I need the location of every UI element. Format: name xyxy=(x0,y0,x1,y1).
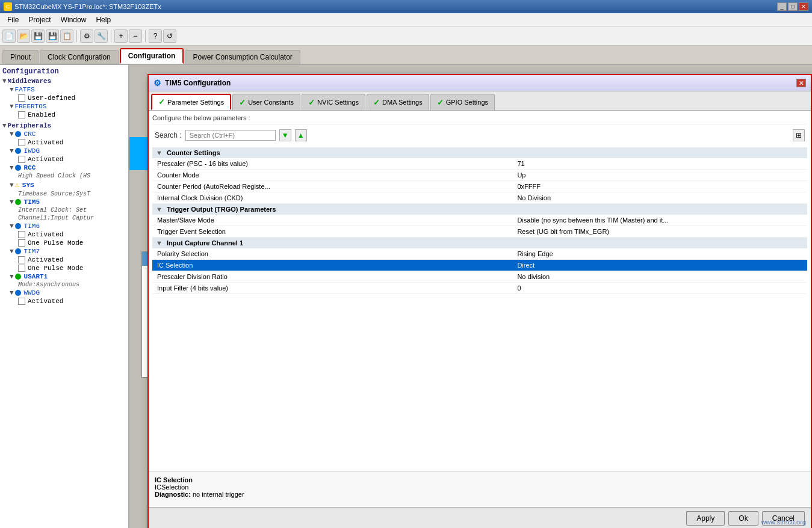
toolbar-remove[interactable]: − xyxy=(129,29,142,43)
param-master-slave-mode[interactable]: Master/Slave Mode Disable (no sync betwe… xyxy=(152,215,807,226)
input-capture-toggle[interactable]: ▼ xyxy=(156,239,163,247)
prescaler-div-value: No division xyxy=(512,271,807,283)
dialog-tab-dma-settings[interactable]: ✓ DMA Settings xyxy=(367,94,429,110)
fatfs-toggle[interactable]: ▼ xyxy=(10,86,14,93)
tree-crc[interactable]: ▼ CRC xyxy=(10,130,126,138)
grid-icon[interactable]: ⊞ xyxy=(793,129,805,141)
iwdg-activated-checkbox[interactable] xyxy=(18,156,25,163)
dialog-close-button[interactable]: ✕ xyxy=(796,79,806,87)
tree-tim7-activated[interactable]: Activated xyxy=(18,256,126,264)
tree-wwdg[interactable]: ▼ WWDG xyxy=(10,289,126,297)
param-trigger-event[interactable]: Trigger Event Selection Reset (UG bit fr… xyxy=(152,226,807,238)
param-polarity-selection[interactable]: Polarity Selection Rising Edge xyxy=(152,248,807,260)
gpio-tab-check-icon: ✓ xyxy=(437,98,444,107)
tree-iwdg[interactable]: ▼ IWDG xyxy=(10,147,126,155)
freertos-toggle[interactable]: ▼ xyxy=(10,103,14,110)
menu-file[interactable]: File xyxy=(2,14,23,25)
tim6-toggle[interactable]: ▼ xyxy=(10,223,14,230)
toolbar-open[interactable]: 📂 xyxy=(17,29,30,43)
section-trigger-output[interactable]: ▼ Trigger Output (TRGO) Parameters xyxy=(152,204,807,215)
dialog-tab-user-constants[interactable]: ✓ User Constants xyxy=(232,94,300,110)
freertos-enabled-checkbox[interactable] xyxy=(18,111,25,118)
search-up-button[interactable]: ▲ xyxy=(295,129,307,141)
tree-iwdg-activated[interactable]: Activated xyxy=(18,155,126,164)
iwdg-toggle[interactable]: ▼ xyxy=(10,147,14,155)
param-counter-period[interactable]: Counter Period (AutoReload Registe... 0x… xyxy=(152,181,807,192)
tree-rcc[interactable]: ▼ RCC xyxy=(10,164,126,172)
tree-freertos[interactable]: ▼ FREERTOS xyxy=(10,102,126,111)
toolbar-save2[interactable]: 💾 xyxy=(46,29,59,43)
tree-tim5[interactable]: ▼ TIM5 xyxy=(10,198,126,206)
tree-tim7[interactable]: ▼ TIM7 xyxy=(10,247,126,256)
tim7-onepulse-checkbox[interactable] xyxy=(18,265,25,272)
toolbar-help[interactable]: ? xyxy=(149,29,162,43)
toolbar-new[interactable]: 📄 xyxy=(2,29,16,43)
tree-wwdg-activated[interactable]: Activated xyxy=(18,297,126,305)
toolbar-save3[interactable]: 📋 xyxy=(60,29,73,43)
crc-toggle[interactable]: ▼ xyxy=(10,130,14,138)
fatfs-userdefined-checkbox[interactable] xyxy=(18,94,25,102)
crc-activated-checkbox[interactable] xyxy=(18,139,25,146)
toolbar-save[interactable]: 💾 xyxy=(31,29,45,43)
tab-pinout[interactable]: Pinout xyxy=(2,50,39,64)
tree-crc-activated[interactable]: Activated xyxy=(18,138,126,147)
trigger-output-toggle[interactable]: ▼ xyxy=(156,206,163,213)
menu-help[interactable]: Help xyxy=(91,14,116,25)
tree-middlewares[interactable]: ▼ MiddleWares xyxy=(2,77,126,85)
tab-clock-configuration[interactable]: Clock Configuration xyxy=(40,50,119,64)
section-counter-settings[interactable]: ▼ Counter Settings xyxy=(152,147,807,158)
toolbar-action1[interactable]: ⚙ xyxy=(80,29,93,43)
tim7-activated-checkbox[interactable] xyxy=(18,256,25,263)
toolbar-refresh[interactable]: ↺ xyxy=(163,29,176,43)
menu-project[interactable]: Project xyxy=(23,14,55,25)
tree-tim6-onepulse[interactable]: One Pulse Mode xyxy=(18,239,126,247)
apply-button[interactable]: Apply xyxy=(686,511,725,526)
search-down-button[interactable]: ▼ xyxy=(279,129,291,141)
param-input-filter[interactable]: Input Filter (4 bits value) 0 xyxy=(152,283,807,294)
dialog-tab-nvic-settings[interactable]: ✓ NVIC Settings xyxy=(302,94,365,110)
tree-usart1[interactable]: ▼ USART1 xyxy=(10,272,126,281)
menu-window[interactable]: Window xyxy=(56,14,91,25)
tree-tim6[interactable]: ▼ TIM6 xyxy=(10,222,126,230)
tim7-toggle[interactable]: ▼ xyxy=(10,248,14,255)
tab-configuration[interactable]: Configuration xyxy=(120,48,184,64)
dialog-tab-gpio-settings[interactable]: ✓ GPIO Settings xyxy=(430,94,495,110)
tree-fatfs-userdefined[interactable]: User-defined xyxy=(18,94,126,102)
param-prescaler-division[interactable]: Prescaler Division Ratio No division xyxy=(152,271,807,283)
tree-tim6-activated[interactable]: Activated xyxy=(18,230,126,239)
usart1-toggle[interactable]: ▼ xyxy=(10,273,14,280)
tree-peripherals[interactable]: ▼ Peripherals xyxy=(2,121,126,130)
param-ic-selection[interactable]: IC Selection Direct xyxy=(152,260,807,271)
search-input[interactable] xyxy=(185,130,276,141)
crc-icon xyxy=(15,131,21,137)
rcc-toggle[interactable]: ▼ xyxy=(10,164,14,171)
wwdg-activated-checkbox[interactable] xyxy=(18,298,25,305)
wwdg-toggle[interactable]: ▼ xyxy=(10,289,14,296)
minimize-button[interactable]: _ xyxy=(777,2,787,11)
tree-freertos-enabled[interactable]: Enabled xyxy=(18,111,126,119)
param-prescaler[interactable]: Prescaler (PSC - 16 bits value) 71 xyxy=(152,158,807,170)
counter-settings-toggle[interactable]: ▼ xyxy=(156,149,163,156)
tree-sys[interactable]: ▼ ⚠ SYS xyxy=(10,180,126,190)
toolbar-add[interactable]: + xyxy=(114,29,128,43)
maximize-button[interactable]: □ xyxy=(788,2,798,11)
tree-tim7-onepulse[interactable]: One Pulse Mode xyxy=(18,264,126,272)
toolbar-action2[interactable]: 🔧 xyxy=(95,29,108,43)
param-internal-clock-div[interactable]: Internal Clock Division (CKD) No Divisio… xyxy=(152,192,807,204)
param-counter-mode[interactable]: Counter Mode Up xyxy=(152,170,807,181)
tim6-activated-checkbox[interactable] xyxy=(18,231,25,238)
tim5-toggle[interactable]: ▼ xyxy=(10,198,14,206)
dialog-tab-parameter-settings[interactable]: ✓ Parameter Settings xyxy=(151,94,231,110)
polarity-name: Polarity Selection xyxy=(152,248,512,260)
tree-fatfs[interactable]: ▼ FATFS xyxy=(10,85,126,94)
tim6-onepulse-checkbox[interactable] xyxy=(18,239,25,247)
tab-power-consumption[interactable]: Power Consumption Calculator xyxy=(185,50,300,64)
sys-toggle[interactable]: ▼ xyxy=(10,182,14,189)
close-button[interactable]: ✕ xyxy=(799,2,808,11)
tree-rcc-hsclock: High Speed Clock (HS xyxy=(18,172,126,180)
tim5-internalclock-label: Internal Clock: Set xyxy=(18,207,87,213)
middlewares-toggle[interactable]: ▼ xyxy=(2,78,7,85)
section-input-capture[interactable]: ▼ Input Capture Channel 1 xyxy=(152,238,807,249)
peripherals-toggle[interactable]: ▼ xyxy=(2,122,7,129)
ok-button[interactable]: Ok xyxy=(728,511,758,526)
